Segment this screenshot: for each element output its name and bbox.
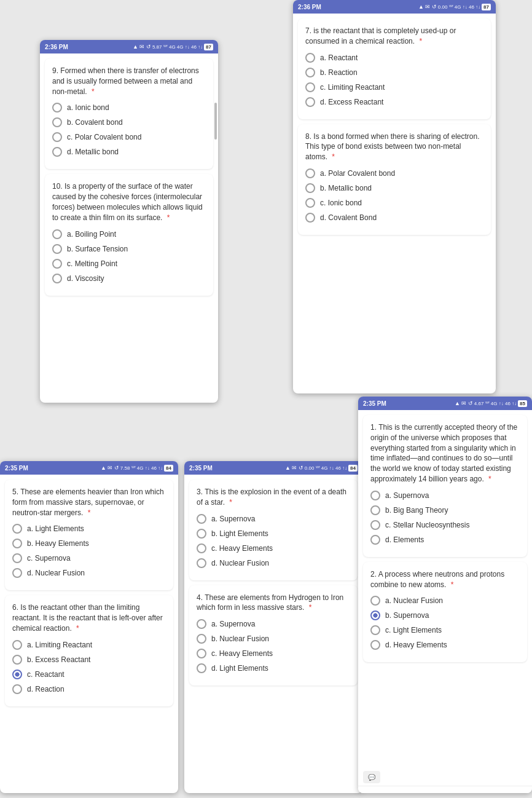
radio-10c[interactable] xyxy=(52,259,62,269)
option-10b[interactable]: b. Surface Tension xyxy=(52,244,206,254)
option-7a-text: a. Reactant xyxy=(320,53,358,62)
option-3b[interactable]: b. Light Elements xyxy=(197,529,350,539)
bottom-nav: ☰ ○ ◁ xyxy=(358,786,532,793)
question-card-5: 5. These are elements heavier than Iron … xyxy=(5,480,173,590)
home-icon[interactable]: ○ xyxy=(442,792,449,793)
option-8b-text: b. Metallic bond xyxy=(320,184,372,192)
option-9c[interactable]: c. Polar Covalent bond xyxy=(52,132,206,142)
question-9-text: 9. Formed when there is transfer of elec… xyxy=(52,66,206,97)
option-6b[interactable]: b. Excess Reactant xyxy=(12,655,166,665)
menu-icon[interactable]: ☰ xyxy=(386,792,396,794)
option-9b[interactable]: b. Covalent bond xyxy=(52,117,206,127)
radio-5c[interactable] xyxy=(12,553,22,563)
option-8a[interactable]: a. Polar Covalent bond xyxy=(305,168,483,178)
radio-9a[interactable] xyxy=(52,103,62,113)
status-bar-top-left: 2:36 PM ▲ ✉ ↺ 5.87 ᵂᶠ 4G 4G ↑↓ 46 ↑↓ 87 xyxy=(40,40,218,53)
radio-5a[interactable] xyxy=(12,524,22,534)
radio-10a[interactable] xyxy=(52,229,62,239)
radio-2a[interactable] xyxy=(370,596,380,606)
question-2-text: 2. A process where neutrons and protons … xyxy=(370,569,520,590)
chat-bubble[interactable]: 💬 xyxy=(363,771,380,783)
option-10c[interactable]: c. Melting Point xyxy=(52,259,206,269)
radio-9b[interactable] xyxy=(52,117,62,127)
radio-3a[interactable] xyxy=(197,514,206,524)
option-4b[interactable]: b. Nuclear Fusion xyxy=(197,634,350,644)
radio-1a[interactable] xyxy=(370,491,380,500)
option-1a[interactable]: a. Supernova xyxy=(370,491,520,500)
option-6a[interactable]: a. Limiting Reactant xyxy=(12,640,166,650)
radio-8a[interactable] xyxy=(305,168,315,178)
option-3d[interactable]: d. Nuclear Fusion xyxy=(197,558,350,568)
option-6d[interactable]: d. Reaction xyxy=(12,684,166,694)
radio-1b[interactable] xyxy=(370,505,380,515)
radio-9d[interactable] xyxy=(52,147,62,157)
option-8c[interactable]: c. Ionic bond xyxy=(305,198,483,208)
option-9a[interactable]: a. Ionic bond xyxy=(52,103,206,113)
option-7d[interactable]: d. Excess Reactant xyxy=(305,97,483,107)
radio-4d[interactable] xyxy=(197,663,206,673)
option-8b[interactable]: b. Metallic bond xyxy=(305,183,483,193)
radio-2b[interactable] xyxy=(370,610,380,620)
radio-6d[interactable] xyxy=(12,684,22,694)
radio-6b[interactable] xyxy=(12,655,22,665)
radio-2c[interactable] xyxy=(370,625,380,635)
radio-10b[interactable] xyxy=(52,244,62,254)
radio-7c[interactable] xyxy=(305,82,315,92)
option-5a[interactable]: a. Light Elements xyxy=(12,524,166,534)
radio-1c[interactable] xyxy=(370,520,380,530)
option-5b[interactable]: b. Heavy Elements xyxy=(12,539,166,548)
radio-7a[interactable] xyxy=(305,53,315,63)
option-7c[interactable]: c. Limiting Reactant xyxy=(305,82,483,92)
option-7d-text: d. Excess Reactant xyxy=(320,98,383,106)
option-4c[interactable]: c. Heavy Elements xyxy=(197,649,350,658)
radio-3b[interactable] xyxy=(197,529,206,539)
question-card-9: 9. Formed when there is transfer of elec… xyxy=(45,58,213,169)
phone-top-left: 2:36 PM ▲ ✉ ↺ 5.87 ᵂᶠ 4G 4G ↑↓ 46 ↑↓ 87 … xyxy=(40,40,218,403)
option-1c[interactable]: c. Stellar Nucleosynthesis xyxy=(370,520,520,530)
phone-mid-center: 2:35 PM ▲ ✉ ↺ 0.00 ᵂᶠ 4G ↑↓ 46 ↑↓ 84 3. … xyxy=(184,461,362,793)
radio-6c[interactable] xyxy=(12,670,22,679)
option-6c-text: c. Reactant xyxy=(27,670,65,679)
radio-10d[interactable] xyxy=(52,274,62,283)
radio-4a[interactable] xyxy=(197,619,206,629)
radio-8c[interactable] xyxy=(305,198,315,208)
option-7b[interactable]: b. Reaction xyxy=(305,68,483,77)
question-card-8: 8. Is a bond formed when there is sharin… xyxy=(298,124,491,235)
option-2c[interactable]: c. Light Elements xyxy=(370,625,520,635)
required-star-2: * xyxy=(451,580,454,589)
option-5d[interactable]: d. Nuclear Fusion xyxy=(12,568,166,578)
radio-7b[interactable] xyxy=(305,68,315,77)
radio-3d[interactable] xyxy=(197,558,206,568)
radio-9c[interactable] xyxy=(52,132,62,142)
required-star-10: * xyxy=(167,213,170,222)
option-3c[interactable]: c. Heavy Elements xyxy=(197,543,350,553)
option-5c[interactable]: c. Supernova xyxy=(12,553,166,563)
radio-4b[interactable] xyxy=(197,634,206,644)
option-3a[interactable]: a. Supernova xyxy=(197,514,350,524)
radio-2d[interactable] xyxy=(370,640,380,650)
option-10d[interactable]: d. Viscosity xyxy=(52,274,206,283)
radio-5b[interactable] xyxy=(12,539,22,548)
option-4d[interactable]: d. Light Elements xyxy=(197,663,350,673)
option-2b[interactable]: b. Supernova xyxy=(370,610,520,620)
back-icon[interactable]: ◁ xyxy=(495,792,504,794)
radio-8b[interactable] xyxy=(305,183,315,193)
option-1d[interactable]: d. Elements xyxy=(370,535,520,545)
option-7a[interactable]: a. Reactant xyxy=(305,53,483,63)
option-1b[interactable]: b. Big Bang Theory xyxy=(370,505,520,515)
radio-3c[interactable] xyxy=(197,543,206,553)
option-9d[interactable]: d. Metallic bond xyxy=(52,147,206,157)
option-6c[interactable]: c. Reactant xyxy=(12,670,166,679)
option-1c-text: c. Stellar Nucleosynthesis xyxy=(385,521,469,529)
radio-5d[interactable] xyxy=(12,568,22,578)
option-8d[interactable]: d. Covalent Bond xyxy=(305,213,483,223)
option-4a[interactable]: a. Supernova xyxy=(197,619,350,629)
option-2a[interactable]: a. Nuclear Fusion xyxy=(370,596,520,606)
option-10a[interactable]: a. Boiling Point xyxy=(52,229,206,239)
radio-8d[interactable] xyxy=(305,213,315,223)
radio-4c[interactable] xyxy=(197,649,206,658)
option-2d[interactable]: d. Heavy Elements xyxy=(370,640,520,650)
radio-7d[interactable] xyxy=(305,97,315,107)
radio-6a[interactable] xyxy=(12,640,22,650)
radio-1d[interactable] xyxy=(370,535,380,545)
